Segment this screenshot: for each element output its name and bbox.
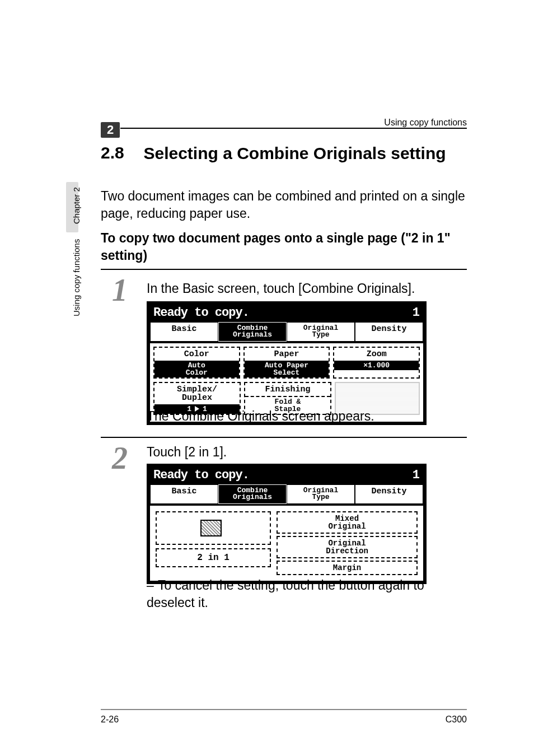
tab-orig2-line2: Type	[312, 493, 329, 501]
step-1-text: In the Basic screen, touch [Combine Orig…	[147, 281, 467, 296]
tabs-row: Basic CombineOriginals OriginalType Dens…	[150, 322, 423, 342]
margin-button[interactable]: Margin	[277, 561, 418, 575]
tab-orig-line2: Type	[312, 330, 329, 339]
color-button[interactable]: Color Auto Color	[153, 347, 240, 379]
chapter-badge-number: 2	[107, 123, 114, 137]
zoom-label: Zoom	[335, 349, 418, 360]
finishing-label: Finishing	[246, 384, 329, 395]
step-1: 1 In the Basic screen, touch [Combine Or…	[101, 269, 467, 270]
side-chapter-label: Chapter 2	[72, 187, 81, 224]
2in1-icon	[200, 520, 226, 536]
footer-rule	[101, 709, 467, 710]
combine-left-options: 2 in 1	[156, 511, 271, 575]
paper-label: Paper	[246, 349, 328, 360]
simplex-label: Simplex/ Duplex	[156, 384, 238, 403]
original-direction-button[interactable]: Original Direction	[277, 536, 418, 558]
tab-basic[interactable]: Basic	[150, 322, 218, 342]
header-right-text: Using copy functions	[384, 118, 467, 128]
footer-page-number: 2-26	[101, 715, 119, 725]
copy-count-2: 1	[409, 467, 423, 483]
combine-panel-body: 2 in 1 Mixed Original Original Direction…	[150, 506, 423, 581]
tab-basic-2[interactable]: Basic	[150, 484, 218, 504]
subsection-heading: To copy two document pages onto a single…	[101, 230, 467, 264]
mixed-original-button[interactable]: Mixed Original	[277, 511, 418, 534]
color-value: Auto Color	[154, 361, 239, 377]
tab-combine-originals[interactable]: CombineOriginals	[218, 322, 287, 342]
2in1-button[interactable]: 2 in 1	[156, 548, 271, 567]
tabs-row-2: Basic CombineOriginals OriginalType Dens…	[150, 484, 423, 504]
status-ready-2: Ready to copy.	[150, 467, 252, 483]
side-section-label: Using copy functions	[72, 239, 81, 316]
step-2-text: Touch [2 in 1].	[147, 445, 467, 460]
section-title: Selecting a Combine Originals setting	[143, 143, 457, 164]
tab-original-type[interactable]: OriginalType	[287, 322, 355, 342]
section-number: 2.8	[101, 143, 141, 162]
tab-density[interactable]: Density	[355, 322, 423, 342]
header-rule	[120, 128, 467, 129]
copy-count: 1	[409, 305, 423, 321]
tab-original-type-2[interactable]: OriginalType	[287, 484, 355, 504]
chapter-badge: 2	[101, 122, 120, 138]
step-1-number: 1	[112, 272, 128, 308]
step-2-number: 2	[112, 440, 128, 476]
section-heading: 2.8 Selecting a Combine Originals settin…	[101, 143, 467, 164]
combine-screen-panel: Ready to copy. 1 Basic CombineOriginals …	[147, 464, 427, 584]
paper-value: Auto Paper Select	[245, 361, 329, 377]
footer-model: C300	[446, 715, 467, 725]
step-2-note: –To cancel the setting, touch the button…	[147, 577, 467, 612]
note-text: To cancel the setting, touch the button …	[147, 578, 424, 610]
2in1-option-icon[interactable]	[156, 511, 271, 545]
step-1-rule	[101, 269, 467, 270]
color-label: Color	[156, 349, 238, 360]
step-2: 2 Touch [2 in 1]. Ready to copy. 1 Basic…	[101, 437, 467, 438]
tab-density-2[interactable]: Density	[355, 484, 423, 504]
zoom-button[interactable]: Zoom ×1.000	[333, 347, 420, 379]
zoom-value: ×1.000	[334, 361, 419, 370]
tab-combine-originals-2[interactable]: CombineOriginals	[218, 484, 287, 504]
basic-screen-panel: Ready to copy. 1 Basic CombineOriginals …	[147, 301, 427, 425]
step-2-rule	[101, 437, 467, 438]
tab-combine-line2: Originals	[233, 330, 272, 339]
tab-combine2-line2: Originals	[233, 493, 272, 501]
step-1-after-text: The Combine Originals screen appears.	[147, 409, 374, 424]
status-ready: Ready to copy.	[150, 305, 252, 321]
combine-right-options: Mixed Original Original Direction Margin	[277, 511, 418, 575]
intro-paragraph: Two document images can be combined and …	[101, 188, 467, 222]
paper-button[interactable]: Paper Auto Paper Select	[243, 347, 330, 379]
note-dash: –	[147, 577, 158, 594]
